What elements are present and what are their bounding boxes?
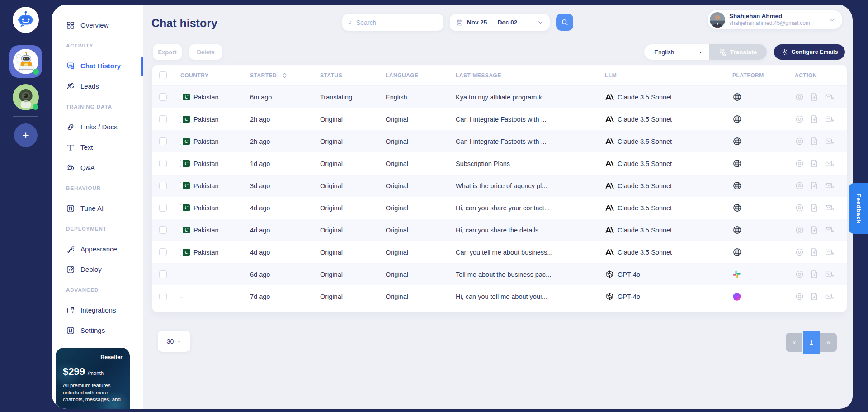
- language-select[interactable]: English: [644, 44, 709, 60]
- last-message-value: Kya tm mjy affiliate program k...: [452, 94, 601, 101]
- pagination-next-button[interactable]: »: [820, 333, 837, 352]
- last-message-value: Tell me about the business pac...: [452, 271, 601, 278]
- download-transcript-icon[interactable]: [810, 159, 819, 168]
- table-row[interactable]: - 7d ago Original Original Hi, can you t…: [152, 285, 847, 308]
- table-row[interactable]: Pakistan 4d ago Original Original Can yo…: [152, 241, 847, 263]
- sidebar-item-appearance[interactable]: Appearance: [52, 239, 143, 259]
- view-conversation-icon[interactable]: [795, 292, 804, 301]
- email-transcript-icon[interactable]: [825, 92, 835, 102]
- table-row[interactable]: Pakistan 3d ago Original Original What i…: [152, 175, 847, 197]
- sidebar-item-deploy[interactable]: Deploy: [52, 259, 143, 279]
- sidebar-item-settings[interactable]: Settings: [52, 320, 143, 341]
- row-checkbox[interactable]: [159, 270, 167, 278]
- configure-emails-button[interactable]: Configure Emails: [774, 44, 845, 60]
- pagination-prev-button[interactable]: «: [786, 333, 802, 352]
- view-conversation-icon[interactable]: [795, 137, 804, 146]
- row-checkbox[interactable]: [159, 93, 167, 101]
- profile-menu[interactable]: Shahjehan Ahmed shahjehan.ahmed.45@gmail…: [708, 10, 842, 29]
- add-bot-button[interactable]: +: [14, 123, 38, 147]
- view-conversation-icon[interactable]: [795, 270, 804, 279]
- email-transcript-icon[interactable]: [825, 292, 835, 301]
- date-range-picker[interactable]: Nov 25 – Dec 02: [450, 14, 550, 31]
- bot-avatar-selected[interactable]: [9, 45, 42, 78]
- export-button[interactable]: Export: [153, 44, 182, 60]
- page-size-select[interactable]: 30: [158, 331, 190, 352]
- row-checkbox[interactable]: [159, 137, 167, 145]
- llm-icon: [605, 115, 614, 123]
- row-checkbox[interactable]: [159, 182, 167, 189]
- view-conversation-icon[interactable]: [795, 92, 804, 102]
- configure-emails-label: Configure Emails: [792, 49, 838, 55]
- download-transcript-icon[interactable]: [810, 181, 819, 190]
- sidebar-item-overview[interactable]: Overview: [52, 15, 143, 35]
- row-checkbox[interactable]: [159, 160, 167, 167]
- download-transcript-icon[interactable]: [810, 203, 819, 213]
- sidebar-item-tune-ai[interactable]: Tune AI: [52, 198, 143, 218]
- column-action[interactable]: ACTION: [791, 72, 847, 79]
- table-row[interactable]: Pakistan 4d ago Original Original Hi, ca…: [152, 197, 847, 219]
- sidebar-item-integrations[interactable]: Integrations: [52, 300, 143, 320]
- email-transcript-icon[interactable]: [825, 137, 835, 146]
- table-row[interactable]: Pakistan 2h ago Original Original Can I …: [152, 108, 847, 130]
- plan-description: All premium features unlocked with more …: [63, 382, 123, 403]
- sort-icon[interactable]: [282, 72, 287, 79]
- translate-button[interactable]: Translate: [709, 44, 767, 60]
- bot-avatar-logo[interactable]: [13, 7, 39, 33]
- search-input[interactable]: [356, 19, 438, 26]
- sidebar-item-links-docs[interactable]: Links / Docs: [52, 117, 143, 137]
- pagination-current-page[interactable]: 1: [803, 331, 820, 354]
- sidebar-item-qa[interactable]: Q&A: [52, 157, 143, 178]
- table-row[interactable]: Pakistan 1d ago Original Original Subscr…: [152, 152, 847, 175]
- column-last-message[interactable]: LAST MESSAGE: [452, 72, 601, 79]
- main-content: Chat history Nov 25 – Dec 02 S: [143, 5, 853, 409]
- table-row[interactable]: Pakistan 4d ago Original Original Hi, ca…: [152, 219, 847, 241]
- row-checkbox[interactable]: [159, 204, 167, 212]
- email-transcript-icon[interactable]: [825, 181, 835, 190]
- column-llm[interactable]: LLM: [601, 72, 729, 79]
- email-transcript-icon[interactable]: [825, 159, 835, 168]
- email-transcript-icon[interactable]: [825, 270, 835, 279]
- column-platform[interactable]: PLATFORM: [729, 72, 791, 79]
- row-checkbox[interactable]: [159, 115, 167, 123]
- status-value: Translating: [316, 94, 382, 101]
- email-transcript-icon[interactable]: [825, 247, 835, 257]
- row-checkbox[interactable]: [159, 248, 167, 256]
- apply-search-button[interactable]: [556, 14, 573, 31]
- feedback-tab[interactable]: Feedback: [849, 183, 868, 234]
- view-conversation-icon[interactable]: [795, 247, 804, 257]
- select-all-checkbox[interactable]: [159, 71, 167, 79]
- web-icon: [729, 203, 791, 213]
- download-transcript-icon[interactable]: [810, 247, 819, 257]
- email-transcript-icon[interactable]: [825, 203, 835, 213]
- column-started[interactable]: STARTED: [246, 72, 316, 79]
- download-transcript-icon[interactable]: [810, 137, 819, 146]
- column-status[interactable]: STATUS: [316, 72, 382, 79]
- sidebar-item-text[interactable]: Text: [52, 137, 143, 157]
- sidebar-item-leads[interactable]: Leads: [52, 76, 143, 96]
- settings-icon: [66, 326, 75, 335]
- row-checkbox[interactable]: [159, 226, 167, 234]
- column-country[interactable]: COUNTRY: [176, 72, 246, 79]
- web-icon: [729, 225, 791, 235]
- sidebar-item-chat-history[interactable]: Chat History: [52, 56, 143, 76]
- reseller-plan-card[interactable]: Reseller $299 /month All premium feature…: [56, 348, 130, 409]
- download-transcript-icon[interactable]: [810, 114, 819, 124]
- download-transcript-icon[interactable]: [810, 292, 819, 301]
- delete-button[interactable]: Delete: [189, 44, 222, 60]
- table-row[interactable]: - 6d ago Original Original Tell me about…: [152, 263, 847, 285]
- view-conversation-icon[interactable]: [795, 225, 804, 235]
- view-conversation-icon[interactable]: [795, 181, 804, 190]
- table-row[interactable]: Pakistan 6m ago Translating English Kya …: [152, 86, 847, 108]
- view-conversation-icon[interactable]: [795, 114, 804, 124]
- download-transcript-icon[interactable]: [810, 225, 819, 235]
- email-transcript-icon[interactable]: [825, 114, 835, 124]
- column-language[interactable]: LANGUAGE: [382, 72, 452, 79]
- view-conversation-icon[interactable]: [795, 159, 804, 168]
- download-transcript-icon[interactable]: [810, 270, 819, 279]
- view-conversation-icon[interactable]: [795, 203, 804, 213]
- email-transcript-icon[interactable]: [825, 225, 835, 235]
- download-transcript-icon[interactable]: [810, 92, 819, 102]
- last-message-value: What is the price of agency pl...: [452, 182, 601, 189]
- table-row[interactable]: Pakistan 2h ago Original Original Can I …: [152, 130, 847, 152]
- row-checkbox[interactable]: [159, 293, 167, 300]
